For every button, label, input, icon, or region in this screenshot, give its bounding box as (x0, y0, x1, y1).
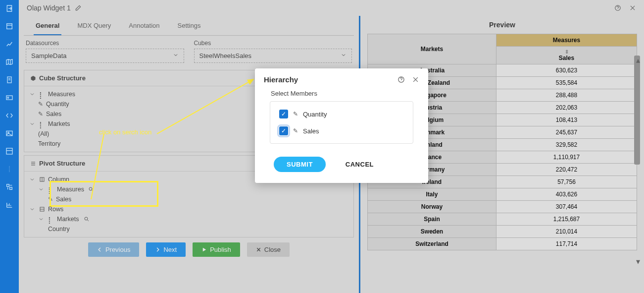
pencil-icon: ✎ (38, 111, 43, 117)
pencil-icon: ✎ (38, 101, 43, 108)
row-value: 245,637 (496, 126, 637, 139)
chevron-down-icon (29, 121, 36, 127)
pivot-col-item-sales[interactable]: ✎Sales (26, 194, 351, 204)
sidebar-layout-icon[interactable] (5, 147, 14, 156)
sidebar-image-icon[interactable] (5, 129, 14, 138)
tab-general[interactable]: General (34, 18, 61, 35)
tab-annotation[interactable]: Annotation (127, 18, 161, 35)
member-sales[interactable]: ✓ ✎ Sales (270, 122, 413, 139)
sidebar-code-icon[interactable] (5, 111, 14, 120)
cube-icon (30, 75, 36, 81)
svg-rect-7 (7, 184, 9, 187)
close-button[interactable]: Close (247, 242, 290, 257)
pivot-rows-markets[interactable]: ⡇ Markets (26, 214, 351, 224)
chevron-down-icon (341, 52, 347, 59)
row-value: 288,488 (496, 89, 637, 102)
pivot-row-item-country[interactable]: Country (26, 224, 351, 234)
measures-header: Measures (496, 34, 637, 47)
chevron-down-icon (38, 186, 45, 192)
sidebar-map-icon[interactable] (5, 58, 14, 66)
publish-button[interactable]: Publish (193, 242, 240, 257)
checkbox-checked-icon[interactable]: ✓ (279, 126, 288, 135)
table-row: Sweden210,014 (368, 226, 637, 238)
tab-mdx-query[interactable]: MDX Query (75, 18, 113, 35)
page-title: Olap Widget 1 (27, 4, 71, 12)
cube-structure-title: Cube Structure (39, 74, 86, 82)
svg-point-3 (7, 97, 9, 99)
svg-rect-6 (6, 148, 12, 154)
preview-title: Preview (365, 16, 639, 34)
table-row: Switzerland117,714 (368, 238, 637, 250)
search-icon[interactable] (84, 216, 90, 222)
svg-point-11 (89, 187, 92, 190)
sidebar-page-icon[interactable] (5, 22, 14, 31)
row-value: 210,014 (496, 226, 637, 238)
scroll-up-icon[interactable]: ▴ (636, 56, 640, 65)
hierarchy-dialog: Hierarchy Select Members ✓ ✎ Quantity ✓ … (255, 68, 428, 183)
hierarchy-icon: ⡇ (48, 186, 54, 192)
row-value: 1,215,687 (496, 213, 637, 226)
sidebar-card-icon[interactable] (5, 93, 14, 102)
chevron-down-icon (29, 91, 36, 97)
close-page-icon[interactable] (629, 4, 636, 11)
sidebar-import-icon[interactable] (5, 4, 14, 13)
sidebar-component-icon[interactable] (5, 182, 14, 191)
row-value: 57,756 (496, 176, 637, 188)
pivot-column-measures[interactable]: ⡇ Measures (26, 184, 351, 194)
row-value: 1,110,917 (496, 151, 637, 164)
row-value: 403,626 (496, 188, 637, 201)
row-label[interactable]: Norway (368, 201, 496, 213)
row-value: 202,063 (496, 102, 637, 114)
svg-point-13 (85, 217, 88, 220)
dialog-close-icon[interactable] (412, 76, 419, 83)
cubes-select[interactable]: SteelWheelsSales (194, 49, 352, 63)
tab-settings[interactable]: Settings (176, 18, 203, 35)
previous-button[interactable]: Previous (88, 242, 140, 257)
chevron-down-icon (173, 52, 179, 59)
row-label[interactable]: Spain (368, 213, 496, 226)
row-value: 329,582 (496, 139, 637, 151)
datasources-select[interactable]: SampleData (26, 49, 184, 63)
sidebar-report-icon[interactable] (5, 200, 14, 209)
row-label[interactable]: Switzerland (368, 238, 496, 250)
chevron-down-icon (29, 176, 36, 182)
row-label[interactable]: Sweden (368, 226, 496, 238)
row-value: 117,714 (496, 238, 637, 250)
sidebar-doc-icon[interactable] (5, 75, 14, 84)
sales-header[interactable]: ⇕ Sales (496, 47, 637, 64)
edit-title-icon[interactable] (75, 4, 82, 11)
pivot-rows[interactable]: Rows (26, 204, 351, 214)
member-list: ✓ ✎ Quantity ✓ ✎ Sales (270, 101, 413, 144)
sidebar-divider-icon (5, 165, 14, 174)
member-quantity[interactable]: ✓ ✎ Quantity (270, 106, 413, 122)
table-row: Spain1,215,687 (368, 213, 637, 226)
pencil-icon: ✎ (293, 127, 298, 134)
chevron-down-icon (29, 206, 36, 212)
pencil-icon: ✎ (293, 111, 298, 117)
row-value: 535,584 (496, 77, 637, 89)
checkbox-checked-icon[interactable]: ✓ (279, 110, 288, 118)
datasources-value: SampleData (31, 52, 67, 59)
cancel-button[interactable]: CANCEL (346, 161, 374, 168)
row-value: 630,623 (496, 64, 637, 77)
submit-button[interactable]: SUBMIT (274, 157, 326, 172)
next-button[interactable]: Next (146, 242, 186, 257)
dialog-help-icon[interactable] (397, 76, 405, 83)
scroll-down-icon[interactable]: ▾ (636, 257, 640, 266)
table-row: Norway307,464 (368, 201, 637, 213)
sidebar-chart-icon[interactable] (5, 40, 14, 49)
table-row: Italy403,626 (368, 188, 637, 201)
datasources-label: Datasources (26, 40, 184, 47)
row-value: 307,464 (496, 201, 637, 213)
help-icon[interactable] (614, 4, 621, 11)
row-label[interactable]: Italy (368, 188, 496, 201)
row-value: 108,413 (496, 114, 637, 126)
hierarchy-icon: ⡇ (39, 91, 45, 97)
pivot-structure-title: Pivot Structure (39, 160, 85, 167)
markets-header: Markets (368, 34, 496, 64)
rows-icon (39, 206, 45, 212)
svg-rect-8 (10, 187, 12, 190)
page-header: Olap Widget 1 (19, 0, 644, 16)
scrollbar-thumb[interactable] (634, 56, 640, 165)
search-icon[interactable] (88, 186, 94, 192)
